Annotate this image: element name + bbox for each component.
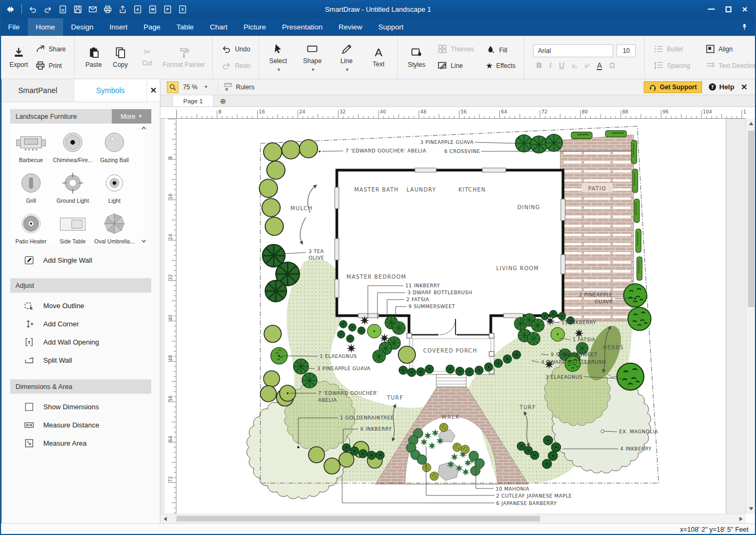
menu-presentation[interactable]: Presentation [274,18,330,36]
symbol-light[interactable]: Light [94,164,135,205]
symbol-scrollbar[interactable] [141,126,147,243]
chevron-down-icon: ▼ [345,67,350,72]
menu-file[interactable]: File [0,18,28,36]
font-size-select[interactable]: 10 [616,44,636,57]
symbol-gazing-ball[interactable]: Gazing Ball [94,124,135,164]
share-button[interactable]: Share [35,44,66,54]
menu-insert[interactable]: Insert [102,18,136,36]
help-button[interactable]: ? Help [708,83,734,91]
add-wall-opening-icon [24,337,34,347]
symbol-chiminea[interactable]: Chiminea/Fire... [52,124,94,164]
house-outline[interactable] [337,170,563,335]
text-tool-button[interactable]: A Text [365,40,392,75]
effects-button[interactable]: ★ Effects [485,62,515,70]
menu-picture[interactable]: Picture [235,18,274,36]
styles-button[interactable]: Styles [403,40,430,75]
export-button[interactable]: Export [5,40,32,75]
pin-icon[interactable] [740,18,756,36]
split-wall-button[interactable]: Split Wall [24,355,160,365]
format-painter-button[interactable]: Format Painter [160,40,207,75]
close-canvas-icon[interactable]: ✕ [740,82,747,92]
symbol-oval-umbrella[interactable]: Oval Umbrella... [94,205,135,246]
vertical-scrollbar[interactable] [746,119,756,514]
italic-button[interactable]: I [549,62,551,69]
tab-smartpanel[interactable]: SmartPanel [2,79,74,102]
export-powerpoint-icon[interactable]: P [163,4,173,14]
svg-text:2 FATSIA: 2 FATSIA [406,296,429,302]
maximize-button[interactable] [726,6,731,12]
align-button[interactable]: Align [705,44,756,54]
cut-button[interactable]: ✂ Cut [134,40,160,75]
symbol-barbecue[interactable]: Barbecue [10,124,52,164]
themes-button[interactable]: Themes [437,44,474,54]
spacing-button[interactable]: Spacing [653,60,690,71]
export-excel-icon[interactable]: X [178,4,188,14]
tab-page-1[interactable]: Page 1 [172,95,214,106]
minimize-button[interactable] [708,9,715,10]
measure-area-button[interactable]: Measure Area [24,438,160,448]
undo-icon[interactable] [28,4,38,14]
subscript-button[interactable]: x₂ [572,63,577,69]
measure-distance-button[interactable]: Measure Distance [24,420,160,430]
add-single-wall-button[interactable]: Add Single Wall [24,255,160,265]
print-icon[interactable] [103,4,113,14]
menu-support[interactable]: Support [371,18,412,36]
svg-text:3 PINEAPPLE GUAVA: 3 PINEAPPLE GUAVA [420,139,474,145]
adjust-title: Adjust [10,282,34,289]
chevron-down-icon[interactable]: ▼ [204,85,208,89]
get-support-button[interactable]: Get Support [644,81,702,93]
export-share-icon[interactable] [118,4,128,14]
drawing-canvas[interactable]: MASTER BATHLAUNDRYKITCHENDININGLIVING RO… [176,119,746,514]
add-page-button[interactable]: ⊕ [214,95,232,106]
rulers-icon[interactable] [223,82,233,91]
email-icon[interactable] [88,4,98,14]
undo-icon [221,44,232,54]
zoom-button[interactable] [167,81,179,93]
menu-page[interactable]: Page [136,18,169,36]
redo-icon[interactable] [43,4,53,14]
bold-button[interactable]: B [536,62,542,69]
text-direction-button[interactable]: Text Direction [705,60,756,71]
panel-close-icon[interactable]: ✕ [147,79,160,102]
font-family-select[interactable]: Arial [533,44,613,57]
redo-button[interactable]: Redo [221,60,250,71]
symbol-ground-light[interactable]: Ground Light [52,164,94,205]
save-icon[interactable] [73,4,83,14]
symbol-patio-heater[interactable]: Patio Heater [10,205,52,246]
rulers-label[interactable]: Rulers [236,83,254,91]
shape-tool-button[interactable]: Shape▼ [299,40,326,75]
paste-button[interactable]: Paste [80,40,107,75]
print-button[interactable]: Print [35,60,66,71]
underline-button[interactable]: U [559,62,564,69]
horizontal-scrollbar[interactable] [160,514,746,523]
menu-design[interactable]: Design [63,18,102,36]
superscript-button[interactable]: x² [584,63,589,69]
export-pdf-icon[interactable]: A [133,4,143,14]
zoom-level[interactable]: 75 % [183,83,197,91]
new-document-icon[interactable] [58,4,68,14]
menu-chart[interactable]: Chart [202,18,235,36]
move-outline-button[interactable]: Move Outline [24,301,160,311]
font-color-button[interactable]: A [597,62,601,70]
copy-button[interactable]: Copy [107,40,134,75]
menu-bar: File Home Design Insert Page Table Chart… [0,18,756,36]
line-tool-button[interactable]: Line▼ [333,40,360,75]
fill-button[interactable]: Fill [485,45,515,55]
add-wall-opening-button[interactable]: Add Wall Opening [24,337,160,347]
undo-button[interactable]: Undo [221,44,250,54]
bullet-button[interactable]: Bullet [653,44,690,54]
select-tool-button[interactable]: Select▼ [265,40,291,75]
symbol-grill[interactable]: Grill [10,164,52,205]
export-word-icon[interactable]: W [148,4,158,14]
symbol-side-table[interactable]: Side Table [52,205,94,246]
line-style-button[interactable]: Line [437,60,474,71]
show-dimensions-checkbox[interactable]: Show Dimensions [24,402,160,412]
more-button[interactable]: More▼ [112,109,151,124]
menu-review[interactable]: Review [330,18,370,36]
menu-table[interactable]: Table [168,18,202,36]
close-button[interactable]: × [742,5,747,14]
tab-symbols[interactable]: Symbols [74,79,147,102]
symbol-button[interactable]: Ω [610,62,615,69]
menu-home[interactable]: Home [28,18,63,36]
add-corner-button[interactable]: Add Corner [24,319,160,329]
